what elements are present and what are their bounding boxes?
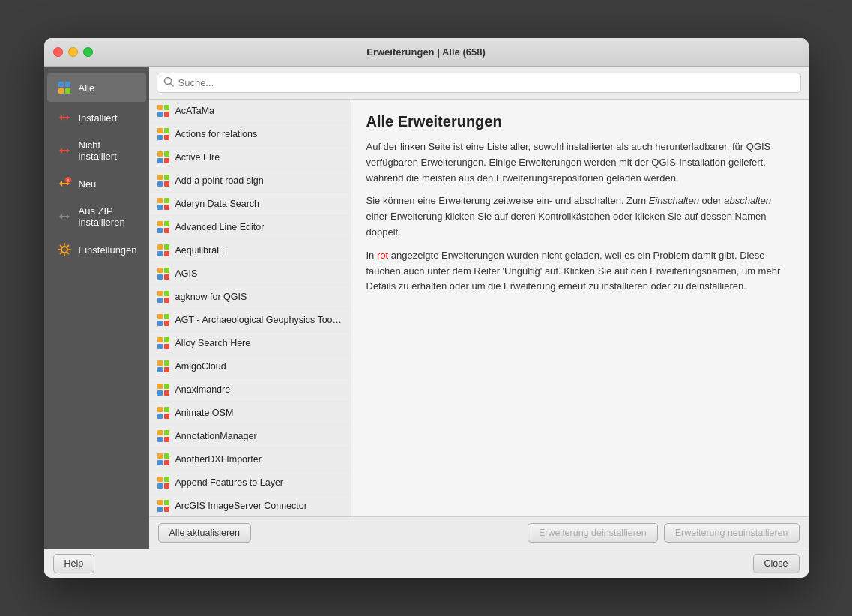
minimize-traffic-light[interactable] <box>68 47 78 57</box>
svg-rect-65 <box>157 430 163 435</box>
sidebar-item-einstellungen[interactable]: Einstellungen <box>47 235 146 264</box>
plugin-name: ArcGIS ImageServer Connector <box>175 501 307 511</box>
svg-rect-22 <box>164 175 169 180</box>
svg-rect-16 <box>164 135 169 140</box>
list-item[interactable]: Active FIre <box>149 146 351 169</box>
plugin-puzzle-icon <box>157 151 170 164</box>
svg-rect-74 <box>164 477 169 482</box>
search-bar <box>149 67 809 100</box>
svg-rect-47 <box>157 321 163 326</box>
svg-rect-48 <box>164 321 169 326</box>
einstellungen-icon <box>56 241 73 258</box>
list-item[interactable]: Actions for relations <box>149 123 351 146</box>
sidebar-item-nicht-installiert[interactable]: Nicht installiert <box>47 133 146 168</box>
svg-rect-29 <box>157 221 163 226</box>
maximize-traffic-light[interactable] <box>83 47 93 57</box>
svg-rect-11 <box>157 112 163 117</box>
list-item[interactable]: AcATaMa <box>149 100 351 123</box>
svg-rect-0 <box>58 82 64 87</box>
svg-rect-80 <box>164 507 169 512</box>
plugin-name: Add a point road sign <box>175 175 264 186</box>
list-item[interactable]: AGT - Archaeological Geophysics Toolb... <box>149 309 351 332</box>
svg-rect-10 <box>164 105 169 110</box>
help-button[interactable]: Help <box>53 554 95 573</box>
plugin-puzzle-icon <box>157 267 170 280</box>
svg-rect-17 <box>157 151 163 157</box>
main-window: Erweiterungen | Alle (658) Alle <box>44 38 809 578</box>
sidebar-label-installiert: Installiert <box>79 112 118 124</box>
close-traffic-light[interactable] <box>53 47 63 57</box>
svg-rect-77 <box>157 500 163 505</box>
list-item[interactable]: ArcGIS ImageServer Connector <box>149 495 351 516</box>
plugin-list[interactable]: AcATaMa Actions for relations Active FIr… <box>149 100 351 516</box>
svg-rect-27 <box>157 205 163 210</box>
red-rot: rot <box>377 250 388 261</box>
svg-rect-44 <box>164 298 169 303</box>
plugin-puzzle-icon <box>157 313 170 327</box>
plugin-puzzle-icon <box>157 360 170 373</box>
list-item[interactable]: AGIS <box>149 262 351 286</box>
list-item[interactable]: Advanced Line Editor <box>149 216 351 239</box>
erweiterung-neuinstallieren-button[interactable]: Erweiterung neuinstallieren <box>664 523 800 543</box>
italic-abschalten: abschalten <box>724 195 771 206</box>
plugin-puzzle-icon <box>157 197 170 211</box>
plugin-puzzle-icon <box>157 499 170 513</box>
plugin-puzzle-icon <box>157 476 170 489</box>
sidebar-item-alle[interactable]: Alle <box>47 73 146 102</box>
sidebar-item-installiert[interactable]: Installiert <box>47 103 146 132</box>
svg-rect-78 <box>164 500 169 505</box>
alle-aktualisieren-button[interactable]: Alle aktualisieren <box>158 523 252 543</box>
sidebar-label-nicht-installiert: Nicht installiert <box>79 139 137 162</box>
list-item[interactable]: AmigoCloud <box>149 355 351 378</box>
svg-rect-12 <box>164 112 169 117</box>
bottom-right-buttons: Erweiterung deinstallieren Erweiterung n… <box>528 523 800 543</box>
list-item[interactable]: Add a point road sign <box>149 169 351 193</box>
search-input-wrap <box>157 73 801 93</box>
plugin-list-wrap: AcATaMa Actions for relations Active FIr… <box>149 100 351 516</box>
close-button[interactable]: Close <box>753 554 800 573</box>
plugin-puzzle-icon <box>157 290 170 304</box>
detail-panel: Alle Erweiterungen Auf der linken Seite … <box>351 100 809 516</box>
svg-rect-28 <box>164 205 169 210</box>
svg-rect-73 <box>157 477 163 482</box>
list-item[interactable]: Aderyn Data Search <box>149 193 351 216</box>
svg-rect-61 <box>157 407 163 412</box>
svg-rect-39 <box>157 274 163 280</box>
plugin-name: Animate OSM <box>175 408 234 418</box>
svg-point-6 <box>61 247 67 253</box>
svg-rect-63 <box>157 414 163 419</box>
list-item[interactable]: Append Features to Layer <box>149 471 351 495</box>
svg-rect-79 <box>157 507 163 512</box>
plugin-name: AcATaMa <box>175 106 215 116</box>
list-item[interactable]: Anaximandre <box>149 378 351 402</box>
sidebar-item-neu[interactable]: ! Neu <box>47 169 146 198</box>
sidebar-item-aus-zip[interactable]: Aus ZIP installieren <box>47 199 146 234</box>
svg-rect-43 <box>157 298 163 303</box>
list-item[interactable]: AnotherDXFImporter <box>149 448 351 471</box>
detail-paragraph-3: In rot angezeigte Erweiterungen wurden n… <box>366 248 794 295</box>
search-input[interactable] <box>178 77 794 88</box>
svg-rect-75 <box>157 483 163 489</box>
plugin-puzzle-icon <box>157 174 170 187</box>
svg-rect-60 <box>164 390 169 396</box>
svg-rect-56 <box>164 367 169 372</box>
svg-rect-25 <box>157 198 163 203</box>
svg-rect-15 <box>157 135 163 140</box>
plugin-name: Active FIre <box>175 152 220 163</box>
svg-rect-58 <box>164 384 169 389</box>
list-item[interactable]: Alloy Search Here <box>149 332 351 355</box>
svg-rect-72 <box>164 460 169 465</box>
svg-rect-14 <box>164 128 169 133</box>
svg-rect-36 <box>164 251 169 256</box>
bottom-left-buttons: Alle aktualisieren <box>158 523 252 543</box>
content-area: Alle Installiert Nicht installiert <box>44 67 809 549</box>
erweiterung-deinstallieren-button[interactable]: Erweiterung deinstallieren <box>528 523 658 543</box>
list-item[interactable]: AequilibraE <box>149 239 351 262</box>
list-item[interactable]: agknow for QGIS <box>149 286 351 309</box>
list-item[interactable]: Animate OSM <box>149 402 351 425</box>
svg-rect-21 <box>157 175 163 180</box>
neu-icon: ! <box>56 175 73 192</box>
svg-rect-45 <box>157 314 163 319</box>
svg-rect-2 <box>58 88 64 94</box>
list-item[interactable]: AnnotationManager <box>149 425 351 448</box>
